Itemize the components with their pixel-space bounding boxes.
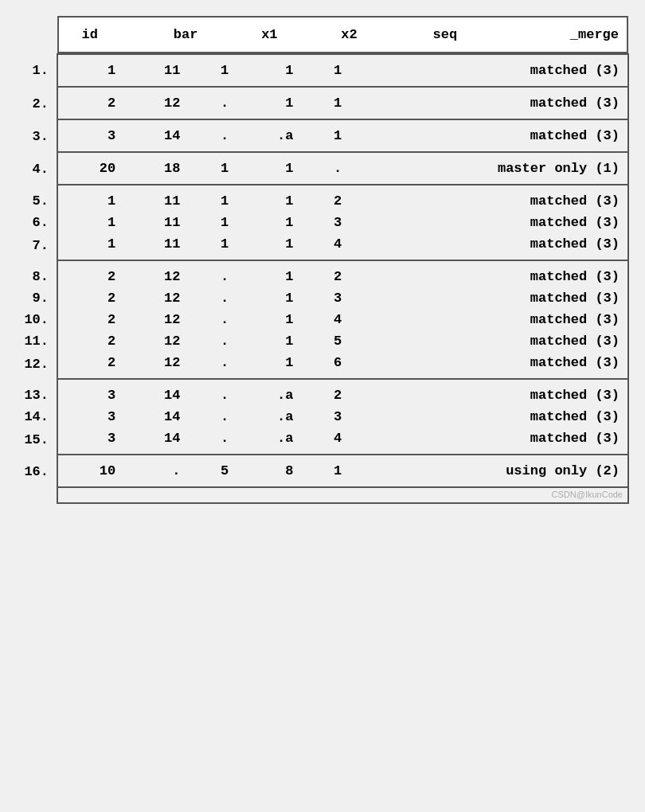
cell-seq: 4 [301,233,350,260]
cell-x1: . [188,379,236,406]
table-row: 9.212.13matched (3) [16,287,628,309]
watermark: CSDN@IkunCode [57,487,628,503]
cell-x1: . [188,427,236,455]
cell-merge: using only (2) [350,455,628,487]
cell-seq: . [301,152,350,185]
row-number: 14. [16,406,57,427]
cell-x1: . [188,260,236,287]
table-row: 11.212.15matched (3) [16,330,628,352]
cell-id: 2 [57,352,123,379]
cell-seq: 4 [301,309,350,330]
cell-id: 1 [57,54,123,87]
cell-x1: 1 [188,212,236,233]
cell-id: 2 [57,87,123,119]
cell-x2: 1 [236,309,301,330]
table-row: 15.314..a4matched (3) [16,427,628,455]
row-number: 4. [16,152,57,185]
cell-merge: matched (3) [350,330,628,352]
cell-id: 3 [57,379,123,406]
table-row: 8.212.12matched (3) [16,260,628,287]
cell-bar: 14 [123,406,188,427]
cell-seq: 4 [301,427,350,455]
table-row: 6.111113matched (3) [16,212,628,233]
cell-x2: 1 [236,212,301,233]
cell-merge: matched (3) [350,427,628,455]
cell-bar: . [123,455,188,487]
cell-bar: 11 [123,185,188,212]
cell-seq: 1 [301,119,350,152]
table-row: 2.212.11matched (3) [16,87,628,119]
row-number: 8. [16,260,57,287]
cell-x2: 1 [236,330,301,352]
cell-seq: 3 [301,287,350,309]
cell-x2: 1 [236,233,301,260]
cell-seq: 3 [301,406,350,427]
cell-id: 2 [57,330,123,352]
cell-merge: matched (3) [350,185,628,212]
cell-x2: .a [236,119,301,152]
cell-x1: . [188,287,236,309]
cell-merge: matched (3) [350,287,628,309]
cell-merge: matched (3) [350,233,628,260]
cell-bar: 12 [123,260,188,287]
cell-id: 1 [57,212,123,233]
cell-x1: . [188,309,236,330]
cell-x2: .a [236,406,301,427]
cell-bar: 18 [123,152,188,185]
row-number: 15. [16,427,57,455]
cell-id: 1 [57,233,123,260]
cell-bar: 14 [123,427,188,455]
row-number: 7. [16,233,57,260]
row-number: 12. [16,352,57,379]
cell-x2: 1 [236,352,301,379]
cell-merge: matched (3) [350,54,628,87]
table-row: 7.111114matched (3) [16,233,628,260]
cell-id: 1 [57,185,123,212]
cell-seq: 6 [301,352,350,379]
cell-merge: matched (3) [350,87,628,119]
cell-x2: 1 [236,260,301,287]
cell-bar: 12 [123,287,188,309]
header-bar: bar [106,17,205,53]
cell-x1: . [188,352,236,379]
cell-id: 2 [57,260,123,287]
table-row: 5.111112matched (3) [16,185,628,212]
table-row: 12.212.16matched (3) [16,352,628,379]
cell-bar: 12 [123,87,188,119]
cell-seq: 1 [301,87,350,119]
cell-id: 3 [57,119,123,152]
cell-x1: 1 [188,233,236,260]
row-number: 1. [16,54,57,87]
cell-merge: matched (3) [350,119,628,152]
cell-x2: .a [236,427,301,455]
cell-merge: master only (1) [350,152,628,185]
cell-x1: . [188,119,236,152]
row-number: 9. [16,287,57,309]
cell-bar: 11 [123,212,188,233]
cell-x2: 1 [236,287,301,309]
row-number: 10. [16,309,57,330]
cell-x1: . [188,330,236,352]
table-row: 3.314..a1matched (3) [16,119,628,152]
header-id: id [58,17,106,53]
cell-bar: 11 [123,233,188,260]
cell-x2: .a [236,379,301,406]
cell-id: 3 [57,406,123,427]
cell-x1: . [188,87,236,119]
table-row: 4.201811.master only (1) [16,152,628,185]
table-row: 10.212.14matched (3) [16,309,628,330]
table-row: 16.10.581using only (2) [16,455,628,487]
page-container: idbarx1x2seq_merge1.111111matched (3)2.2… [0,0,645,812]
cell-x2: 1 [236,152,301,185]
header-seq: seq [366,17,465,53]
cell-id: 2 [57,309,123,330]
cell-seq: 1 [301,455,350,487]
cell-id: 2 [57,287,123,309]
cell-merge: matched (3) [350,352,628,379]
cell-id: 10 [57,455,123,487]
cell-x1: 1 [188,54,236,87]
cell-bar: 12 [123,330,188,352]
row-number: 2. [16,87,57,119]
row-number: 16. [16,455,57,487]
header-x2: x2 [286,17,366,53]
